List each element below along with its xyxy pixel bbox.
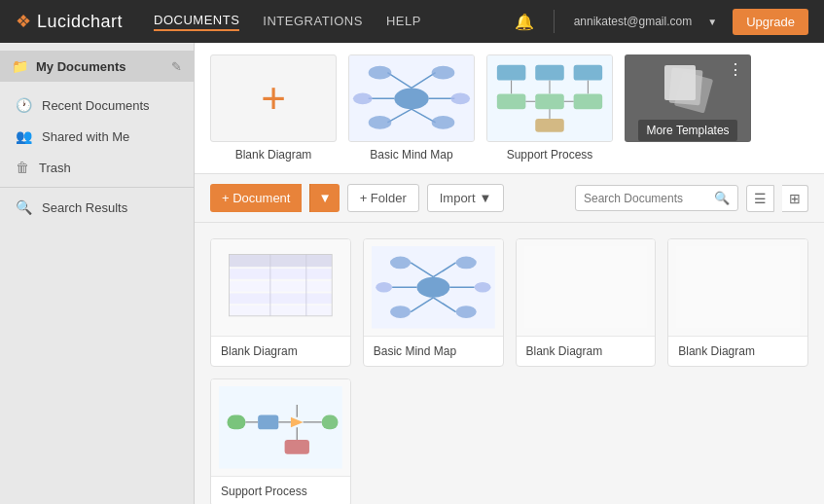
svg-point-50 (390, 306, 411, 319)
template-blank-thumb: + (210, 54, 337, 142)
upgrade-button[interactable]: Upgrade (733, 9, 808, 35)
svg-rect-30 (664, 65, 696, 100)
doc-label-1: Blank Diagram (211, 337, 350, 366)
nav-links: DOCUMENTS INTEGRATIONS HELP (154, 13, 515, 31)
sidebar-item-trash[interactable]: 🗑 Trash (0, 152, 194, 183)
doc-card-5[interactable]: Support Process (210, 378, 351, 504)
svg-rect-21 (497, 93, 526, 109)
shared-label: Shared with Me (42, 129, 129, 144)
bell-icon[interactable]: 🔔 (515, 13, 534, 31)
templates-section: + Blank Diagram (195, 43, 824, 174)
list-view-button[interactable]: ⊞ (782, 185, 808, 212)
template-blank-label: Blank Diagram (210, 148, 337, 162)
sidebar-search-results[interactable]: 🔍 Search Results (0, 192, 194, 223)
template-blank[interactable]: + Blank Diagram (210, 54, 337, 162)
import-button[interactable]: Import ▼ (427, 184, 505, 212)
doc-card-3[interactable]: Blank Diagram (516, 238, 657, 367)
svg-rect-35 (230, 294, 333, 305)
import-label: Import (440, 191, 476, 205)
sidebar-item-recent[interactable]: 🕐 Recent Documents (0, 90, 194, 121)
recent-label: Recent Documents (42, 98, 150, 113)
search-results-label: Search Results (42, 200, 127, 215)
trash-icon: 🗑 (16, 160, 29, 175)
template-mindmap-thumb (348, 54, 475, 142)
svg-point-10 (369, 116, 392, 129)
svg-point-49 (455, 257, 476, 270)
new-folder-button[interactable]: + Folder (347, 184, 419, 212)
user-email[interactable]: annikatest@gmail.com (574, 15, 693, 28)
svg-point-1 (394, 88, 428, 109)
search-input[interactable] (584, 192, 710, 205)
nav-help[interactable]: HELP (386, 14, 421, 30)
svg-point-41 (416, 277, 449, 298)
new-document-button[interactable]: + Document (210, 184, 302, 212)
svg-point-53 (474, 282, 490, 293)
nav-separator (554, 10, 555, 33)
svg-rect-33 (230, 269, 333, 279)
svg-rect-55 (676, 246, 800, 329)
svg-rect-15 (497, 65, 526, 81)
logo-area: ❖ Lucidchart (16, 11, 123, 32)
doc-thumb-3 (517, 239, 656, 337)
sidebar: 📁 My Documents ✎ 🕐 Recent Documents 👥 Sh… (0, 43, 195, 504)
svg-rect-16 (535, 65, 564, 81)
doc-card-1[interactable]: Blank Diagram (210, 238, 351, 367)
logo-icon: ❖ (16, 11, 31, 32)
doc-thumb-5 (211, 379, 350, 477)
doc-label-4: Blank Diagram (668, 337, 807, 366)
template-mindmap[interactable]: Basic Mind Map (348, 54, 475, 162)
svg-point-13 (450, 92, 470, 104)
template-support-thumb (486, 54, 613, 142)
more-menu-dots[interactable]: ⋮ (728, 62, 743, 78)
svg-point-48 (390, 257, 411, 270)
svg-rect-66 (322, 415, 339, 430)
nav-integrations[interactable]: INTEGRATIONS (263, 14, 363, 30)
doc-thumb-2 (364, 239, 503, 337)
doc-card-4[interactable]: Blank Diagram (667, 238, 808, 367)
documents-grid: Blank Diagram (195, 223, 824, 504)
svg-rect-17 (574, 65, 603, 81)
shared-icon: 👥 (16, 128, 32, 144)
svg-rect-34 (230, 281, 333, 292)
svg-rect-22 (535, 93, 564, 109)
search-box: 🔍 (575, 185, 738, 211)
top-nav: ❖ Lucidchart DOCUMENTS INTEGRATIONS HELP… (0, 0, 824, 43)
doc-label-3: Blank Diagram (517, 337, 656, 366)
search-submit-icon[interactable]: 🔍 (714, 191, 730, 205)
edit-icon[interactable]: ✎ (171, 59, 182, 74)
doc-thumb-svg-2 (372, 246, 495, 329)
svg-rect-36 (230, 306, 333, 317)
doc-thumb-1 (211, 239, 350, 337)
new-document-dropdown[interactable]: ▼ (309, 184, 339, 212)
svg-rect-27 (535, 119, 564, 132)
sidebar-my-documents[interactable]: 📁 My Documents ✎ (0, 51, 194, 82)
sidebar-item-shared[interactable]: 👥 Shared with Me (0, 121, 194, 152)
my-documents-label: My Documents (36, 59, 125, 74)
logo-text: Lucidchart (37, 12, 123, 32)
plus-icon: + (261, 77, 286, 120)
more-templates-svg (649, 55, 727, 114)
template-support[interactable]: Support Process (486, 54, 613, 162)
recent-icon: 🕐 (16, 97, 32, 113)
doc-thumb-4 (668, 239, 807, 337)
search-icon: 🔍 (16, 199, 32, 215)
support-thumb-svg (487, 55, 612, 142)
svg-rect-59 (258, 415, 278, 430)
doc-thumb-svg-4 (676, 246, 800, 329)
svg-rect-32 (230, 255, 333, 268)
svg-point-12 (353, 92, 373, 104)
doc-label-2: Basic Mind Map (364, 337, 503, 366)
more-templates-thumb: ⋮ More Templates (625, 54, 751, 142)
grid-view-button[interactable]: ☰ (746, 185, 774, 212)
more-templates-label: More Templates (638, 120, 736, 141)
svg-rect-57 (227, 415, 245, 430)
nav-documents[interactable]: DOCUMENTS (154, 13, 239, 31)
sidebar-divider (0, 187, 194, 188)
svg-point-8 (369, 66, 392, 80)
main-layout: 📁 My Documents ✎ 🕐 Recent Documents 👥 Sh… (0, 43, 824, 504)
mindmap-thumb-svg (349, 55, 474, 142)
more-templates-card[interactable]: ⋮ More Templates (625, 54, 751, 162)
doc-card-2[interactable]: Basic Mind Map (363, 238, 504, 367)
user-dropdown-icon[interactable]: ▼ (707, 17, 717, 27)
doc-thumb-svg-1 (219, 246, 342, 329)
